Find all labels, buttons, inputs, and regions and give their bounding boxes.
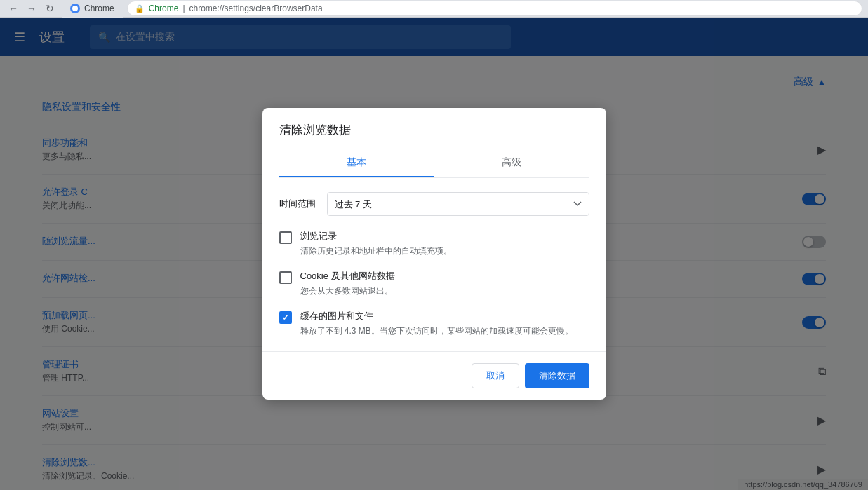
reload-button[interactable]: ↻ <box>42 1 58 16</box>
cancel-button[interactable]: 取消 <box>472 363 519 388</box>
tab-advanced[interactable]: 高级 <box>434 149 589 177</box>
url-separator: | <box>182 4 185 13</box>
clear-button[interactable]: 清除数据 <box>525 363 589 388</box>
time-range-select[interactable]: 过去 1 小时 过去 24 小时 过去 7 天 过去 4 周 全部时间 <box>327 192 589 216</box>
time-range-row: 时间范围 过去 1 小时 过去 24 小时 过去 7 天 过去 4 周 全部时间 <box>279 192 589 216</box>
checkbox-browsing-history-input[interactable] <box>279 231 292 244</box>
tab-basic[interactable]: 基本 <box>279 149 434 177</box>
browser-tab[interactable]: Chrome <box>62 0 123 18</box>
forward-button[interactable]: → <box>24 1 39 16</box>
checkbox-text: Cookie 及其他网站数据 您会从大多数网站退出。 <box>300 270 589 297</box>
checkbox-desc: 清除历史记录和地址栏中的自动填充项。 <box>300 245 589 257</box>
nav-buttons: ← → ↻ <box>6 1 58 16</box>
checkbox-title: 浏览记录 <box>300 230 589 243</box>
svg-point-0 <box>72 6 78 11</box>
checkbox-title: 缓存的图片和文件 <box>300 310 589 322</box>
dialog-title: 清除浏览数据 <box>279 122 589 138</box>
url-scheme: Chrome <box>149 4 179 13</box>
checkbox-title: Cookie 及其他网站数据 <box>300 270 589 283</box>
modal-overlay[interactable]: 清除浏览数据 基本 高级 时间范围 过去 1 小时 过去 24 小时 过去 7 … <box>0 18 868 490</box>
checkbox-browsing-history: 浏览记录 清除历史记录和地址栏中的自动填充项。 <box>279 230 589 257</box>
tab-title: Chrome <box>84 4 114 13</box>
browser-titlebar: ← → ↻ Chrome 🔒 Chrome | chrome://setting… <box>0 0 868 18</box>
tab-favicon <box>70 4 80 13</box>
dialog-tabs: 基本 高级 <box>279 149 589 178</box>
dialog-body: 时间范围 过去 1 小时 过去 24 小时 过去 7 天 过去 4 周 全部时间… <box>262 178 606 351</box>
checkbox-cached: 缓存的图片和文件 释放了不到 4.3 MB。当您下次访问时，某些网站的加载速度可… <box>279 310 589 337</box>
checkbox-desc: 释放了不到 4.3 MB。当您下次访问时，某些网站的加载速度可能会更慢。 <box>300 325 589 337</box>
checkbox-cookies: Cookie 及其他网站数据 您会从大多数网站退出。 <box>279 270 589 297</box>
address-bar[interactable]: 🔒 Chrome | chrome://settings/clearBrowse… <box>127 1 862 16</box>
lock-icon: 🔒 <box>135 4 145 13</box>
checkbox-text: 缓存的图片和文件 释放了不到 4.3 MB。当您下次访问时，某些网站的加载速度可… <box>300 310 589 337</box>
checkbox-cookies-input[interactable] <box>279 271 292 284</box>
dialog-footer: 取消 清除数据 <box>262 351 606 400</box>
clear-data-dialog: 清除浏览数据 基本 高级 时间范围 过去 1 小时 过去 24 小时 过去 7 … <box>262 108 606 400</box>
back-button[interactable]: ← <box>6 1 21 16</box>
checkbox-text: 浏览记录 清除历史记录和地址栏中的自动填充项。 <box>300 230 589 257</box>
checkbox-cached-input[interactable] <box>279 311 292 324</box>
dialog-header: 清除浏览数据 基本 高级 <box>262 108 606 178</box>
time-range-label: 时间范围 <box>279 198 316 210</box>
checkbox-desc: 您会从大多数网站退出。 <box>300 285 589 297</box>
settings-page: ☰ 设置 🔍 在设置中搜索 高级 ▲ 隐私设置和安全性 同步功能和 更多与隐私.… <box>0 18 868 490</box>
url-display: chrome://settings/clearBrowserData <box>189 4 323 13</box>
